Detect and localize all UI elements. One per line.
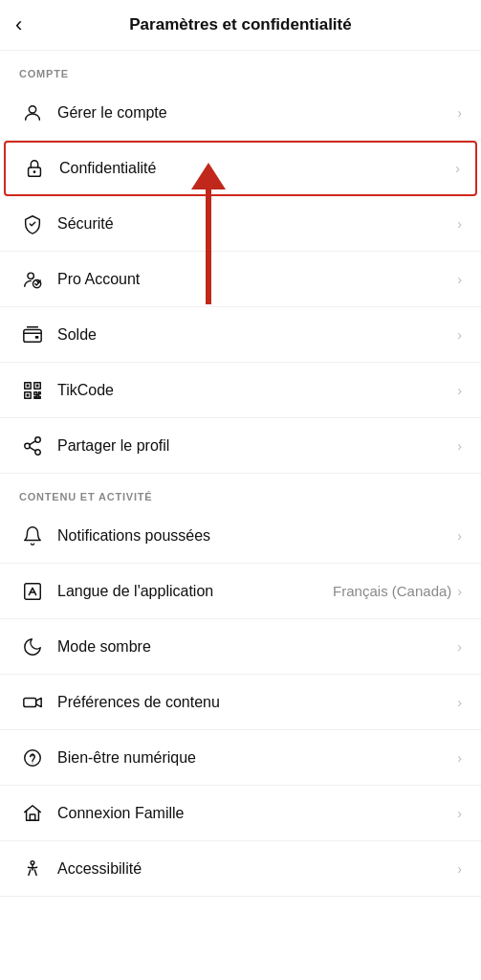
chevron-content-prefs: › [457, 695, 462, 710]
menu-item-manage-account-label: Gérer le compte [57, 104, 457, 122]
wallet-icon [19, 324, 46, 345]
menu-item-language[interactable]: Langue de l'application Français (Canada… [0, 564, 481, 619]
back-button[interactable]: ‹ [15, 12, 22, 37]
qrcode-icon [19, 380, 46, 401]
menu-item-digital-wellbeing[interactable]: Bien-être numérique › [0, 730, 481, 786]
section-label-compte: COMPTE [0, 51, 481, 85]
menu-item-balance-label: Solde [57, 326, 457, 344]
menu-item-family-link[interactable]: Connexion Famille › [0, 786, 481, 841]
menu-item-family-link-label: Connexion Famille [57, 805, 457, 822]
svg-rect-16 [36, 384, 39, 387]
svg-point-2 [33, 170, 36, 173]
chevron-notifications: › [457, 528, 462, 544]
chevron-family-link: › [457, 806, 462, 821]
menu-item-dark-mode[interactable]: Mode sombre › [0, 619, 481, 675]
menu-item-accessibility[interactable]: Accessibilité › [0, 841, 481, 897]
svg-rect-22 [30, 813, 35, 819]
menu-item-security-label: Sécurité [57, 215, 457, 233]
svg-rect-12 [34, 396, 36, 398]
family-home-icon [19, 803, 46, 824]
svg-rect-14 [38, 396, 40, 398]
chevron-accessibility: › [457, 861, 462, 877]
svg-rect-17 [27, 393, 30, 396]
chevron-language: › [457, 584, 462, 599]
chevron-digital-wellbeing: › [457, 750, 462, 766]
svg-point-0 [29, 105, 35, 112]
video-camera-icon [19, 692, 46, 713]
page-title: Paramètres et confidentialité [129, 15, 351, 34]
menu-item-balance[interactable]: Solde › [0, 307, 481, 363]
menu-item-dark-mode-label: Mode sombre [57, 638, 457, 656]
chevron-privacy: › [455, 161, 460, 176]
chevron-tikcode: › [457, 383, 462, 398]
pro-person-icon [19, 269, 46, 290]
moon-icon [19, 636, 46, 657]
section-content-activity: CONTENU ET ACTIVITÉ Notifications poussé… [0, 474, 481, 897]
section-compte: COMPTE Gérer le compte › Confidentia [0, 51, 481, 474]
svg-rect-5 [24, 329, 41, 342]
svg-point-3 [28, 273, 33, 278]
svg-rect-18 [25, 583, 41, 599]
menu-item-security[interactable]: Sécurité › [0, 196, 481, 252]
menu-item-pro-account[interactable]: Pro Account › [0, 252, 481, 307]
svg-point-21 [32, 762, 33, 763]
svg-rect-6 [35, 335, 39, 338]
menu-item-digital-wellbeing-label: Bien-être numérique [57, 749, 457, 767]
menu-item-content-prefs-label: Préférences de contenu [57, 694, 457, 711]
chevron-dark-mode: › [457, 639, 462, 655]
accessibility-icon [19, 858, 46, 880]
share-icon [19, 435, 46, 457]
menu-item-notifications-label: Notifications poussées [57, 527, 457, 545]
menu-item-content-prefs[interactable]: Préférences de contenu › [0, 675, 481, 730]
lock-icon [21, 158, 48, 179]
menu-item-language-value: Français (Canada) [333, 583, 451, 599]
section-label-content: CONTENU ET ACTIVITÉ [0, 474, 481, 508]
svg-rect-11 [38, 391, 40, 393]
page-wrapper: ‹ Paramètres et confidentialité COMPTE G… [0, 0, 481, 897]
heart-check-icon [19, 747, 46, 768]
svg-rect-15 [27, 384, 30, 387]
bell-icon [19, 525, 46, 546]
svg-rect-19 [24, 698, 36, 706]
menu-item-pro-account-label: Pro Account [57, 271, 457, 288]
chevron-pro-account: › [457, 272, 462, 287]
menu-item-share-profile[interactable]: Partager le profil › [0, 418, 481, 474]
menu-item-manage-account[interactable]: Gérer le compte › [0, 85, 481, 141]
menu-item-notifications[interactable]: Notifications poussées › [0, 508, 481, 564]
shield-icon [19, 213, 46, 234]
menu-item-privacy[interactable]: Confidentialité › [4, 141, 477, 196]
menu-item-accessibility-label: Accessibilité [57, 860, 457, 878]
chevron-balance: › [457, 327, 462, 343]
svg-point-20 [25, 749, 41, 766]
menu-item-tikcode[interactable]: TikCode › [0, 363, 481, 418]
chevron-manage-account: › [457, 105, 462, 121]
menu-item-share-profile-label: Partager le profil [57, 437, 457, 455]
chevron-share-profile: › [457, 438, 462, 454]
person-icon [19, 102, 46, 123]
menu-item-tikcode-label: TikCode [57, 382, 457, 399]
header: ‹ Paramètres et confidentialité [0, 0, 481, 51]
menu-item-privacy-label: Confidentialité [59, 160, 455, 177]
chevron-security: › [457, 216, 462, 232]
menu-item-language-label: Langue de l'application [57, 583, 333, 600]
letter-a-icon [19, 581, 46, 602]
